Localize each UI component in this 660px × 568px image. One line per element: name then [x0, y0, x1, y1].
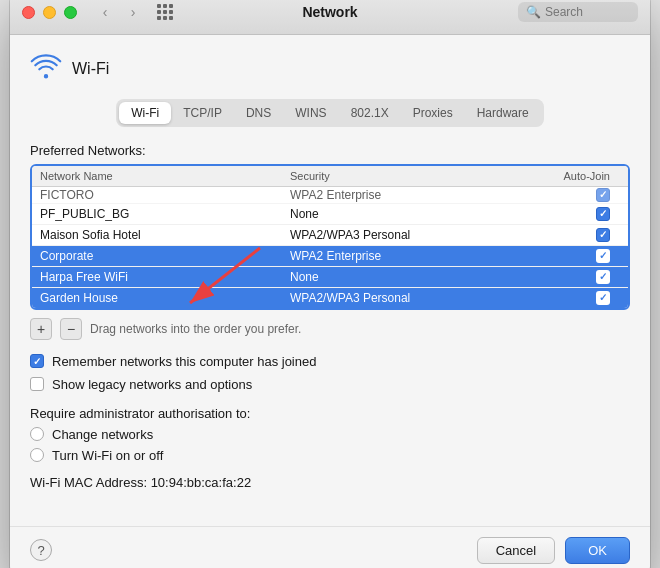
- networks-table: Network Name Security Auto-Join FICTORO …: [30, 164, 630, 310]
- autojoin-cell: ✓: [540, 249, 620, 263]
- autojoin-cell: ✓: [540, 207, 620, 221]
- preferred-label: Preferred Networks:: [30, 143, 630, 158]
- col-autojoin: Auto-Join: [540, 170, 620, 182]
- table-body: FICTORO WPA2 Enterprise ✓ PF_PUBLIC_BG N…: [32, 187, 628, 308]
- security: WPA2/WPA3 Personal: [290, 228, 540, 242]
- autojoin-checkbox[interactable]: ✓: [596, 291, 610, 305]
- preferred-section: Preferred Networks: Network Name Securit…: [30, 143, 630, 310]
- footer: ? Cancel OK: [10, 526, 650, 569]
- wifi-label: Wi-Fi: [72, 60, 109, 78]
- mac-address-label: Wi-Fi MAC Address:: [30, 475, 147, 490]
- require-options: Change networks Turn Wi-Fi on or off: [30, 427, 630, 463]
- minimize-button[interactable]: [43, 6, 56, 19]
- wifi-onoff-radio[interactable]: [30, 448, 44, 462]
- help-button[interactable]: ?: [30, 539, 52, 561]
- autojoin-cell: ✓: [540, 188, 620, 202]
- remember-networks-label: Remember networks this computer has join…: [52, 354, 316, 369]
- autojoin-checkbox[interactable]: ✓: [596, 249, 610, 263]
- window-title: Network: [302, 4, 357, 20]
- close-button[interactable]: [22, 6, 35, 19]
- tab-proxies[interactable]: Proxies: [401, 102, 465, 124]
- change-networks-radio[interactable]: [30, 427, 44, 441]
- table-row[interactable]: Corporate WPA2 Enterprise ✓: [32, 246, 628, 267]
- tabs-bar: Wi-Fi TCP/IP DNS WINS 802.1X Proxies Har…: [116, 99, 543, 127]
- tab-wifi[interactable]: Wi-Fi: [119, 102, 171, 124]
- wifi-onoff-row[interactable]: Turn Wi-Fi on or off: [30, 448, 630, 463]
- footer-buttons: Cancel OK: [477, 537, 630, 564]
- show-legacy-checkbox[interactable]: [30, 377, 44, 391]
- table-row[interactable]: Harpa Free WiFi None ✓: [32, 267, 628, 288]
- tab-hardware[interactable]: Hardware: [465, 102, 541, 124]
- mac-address-row: Wi-Fi MAC Address: 10:94:bb:ca:fa:22: [30, 475, 630, 490]
- wifi-onoff-label: Turn Wi-Fi on or off: [52, 448, 163, 463]
- require-section: Require administrator authorisation to: …: [30, 406, 630, 463]
- network-name: Corporate: [40, 249, 290, 263]
- ok-button[interactable]: OK: [565, 537, 630, 564]
- tab-wins[interactable]: WINS: [283, 102, 338, 124]
- show-legacy-label: Show legacy networks and options: [52, 377, 252, 392]
- tab-tcpip[interactable]: TCP/IP: [171, 102, 234, 124]
- search-input[interactable]: [545, 5, 635, 19]
- autojoin-checkbox[interactable]: ✓: [596, 270, 610, 284]
- table-row[interactable]: Maison Sofia Hotel WPA2/WPA3 Personal ✓: [32, 225, 628, 246]
- autojoin-cell: ✓: [540, 228, 620, 242]
- change-networks-row[interactable]: Change networks: [30, 427, 630, 442]
- col-network-name: Network Name: [40, 170, 290, 182]
- autojoin-checkbox[interactable]: ✓: [596, 207, 610, 221]
- table-row[interactable]: Garden House WPA2/WPA3 Personal ✓: [32, 288, 628, 308]
- network-name: Harpa Free WiFi: [40, 270, 290, 284]
- table-row[interactable]: FICTORO WPA2 Enterprise ✓: [32, 187, 628, 204]
- col-security: Security: [290, 170, 540, 182]
- security: None: [290, 207, 540, 221]
- remove-network-button[interactable]: −: [60, 318, 82, 340]
- traffic-lights: [22, 6, 77, 19]
- wifi-icon: [30, 51, 62, 87]
- add-network-button[interactable]: +: [30, 318, 52, 340]
- table-row[interactable]: PF_PUBLIC_BG None ✓: [32, 204, 628, 225]
- show-legacy-row[interactable]: Show legacy networks and options: [30, 377, 630, 392]
- tab-dns[interactable]: DNS: [234, 102, 283, 124]
- grid-icon[interactable]: [157, 4, 173, 20]
- back-button[interactable]: ‹: [93, 0, 117, 24]
- change-networks-label: Change networks: [52, 427, 153, 442]
- options-section: ✓ Remember networks this computer has jo…: [30, 354, 630, 392]
- nav-buttons: ‹ ›: [93, 0, 145, 24]
- autojoin-checkbox[interactable]: ✓: [596, 188, 610, 202]
- tab-8021x[interactable]: 802.1X: [339, 102, 401, 124]
- remember-networks-row[interactable]: ✓ Remember networks this computer has jo…: [30, 354, 630, 369]
- security: WPA2 Enterprise: [290, 249, 540, 263]
- mac-address-value: 10:94:bb:ca:fa:22: [151, 475, 251, 490]
- autojoin-cell: ✓: [540, 270, 620, 284]
- drag-hint: Drag networks into the order you prefer.: [90, 322, 301, 336]
- forward-button[interactable]: ›: [121, 0, 145, 24]
- network-name: PF_PUBLIC_BG: [40, 207, 290, 221]
- table-controls: + − Drag networks into the order you pre…: [30, 318, 630, 340]
- cancel-button[interactable]: Cancel: [477, 537, 555, 564]
- security: WPA2 Enterprise: [290, 188, 540, 202]
- titlebar: ‹ › Network 🔍: [10, 0, 650, 35]
- autojoin-checkbox[interactable]: ✓: [596, 228, 610, 242]
- maximize-button[interactable]: [64, 6, 77, 19]
- main-content: Wi-Fi Wi-Fi TCP/IP DNS WINS 802.1X Proxi…: [10, 35, 650, 526]
- wifi-header: Wi-Fi: [30, 51, 630, 87]
- search-box[interactable]: 🔍: [518, 2, 638, 22]
- network-name: FICTORO: [40, 188, 290, 202]
- security: WPA2/WPA3 Personal: [290, 291, 540, 305]
- require-label: Require administrator authorisation to:: [30, 406, 630, 421]
- table-header: Network Name Security Auto-Join: [32, 166, 628, 187]
- network-window: ‹ › Network 🔍 Wi-Fi: [10, 0, 650, 568]
- network-name: Maison Sofia Hotel: [40, 228, 290, 242]
- autojoin-cell: ✓: [540, 291, 620, 305]
- security: None: [290, 270, 540, 284]
- search-icon: 🔍: [526, 5, 541, 19]
- network-name: Garden House: [40, 291, 290, 305]
- remember-networks-checkbox[interactable]: ✓: [30, 354, 44, 368]
